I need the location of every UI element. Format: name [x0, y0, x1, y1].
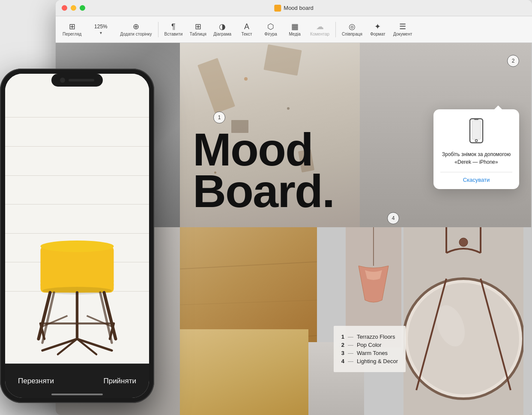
shape-label: Фігура — [264, 32, 277, 36]
list-text-1: Terrazzo Floors — [357, 334, 395, 340]
toolbar-separator-1 — [158, 22, 158, 37]
insert-label: Вставити — [164, 32, 183, 36]
iphone-bottom-bar: Перезняти Прийняти — [5, 364, 149, 398]
toolbar-separator-2 — [335, 22, 336, 37]
minimize-button[interactable] — [71, 5, 76, 11]
toolbar: ⊞ Перегляд 125% ▾ ⊕ Додати сторінку ¶ Вс… — [56, 16, 532, 43]
chevron-down-icon: ▾ — [100, 30, 102, 35]
mirror-svg — [403, 227, 523, 415]
svg-line-27 — [42, 339, 77, 351]
close-button[interactable] — [62, 5, 67, 11]
text-label: Текст — [242, 32, 252, 36]
view-label: Перегляд — [63, 32, 81, 36]
maximize-button[interactable] — [80, 5, 85, 11]
phone-icon — [468, 118, 485, 146]
view-icon: ⊞ — [69, 23, 75, 30]
title-line-1: Mood — [193, 129, 334, 170]
badge-2-text: 2 — [512, 58, 515, 64]
iphone-notch — [51, 74, 103, 87]
svg-rect-10 — [472, 120, 481, 139]
popup-message: Зробіть знімок за допомогою «Derek — iPh… — [440, 150, 512, 166]
list-item-3: 3 — Warm Tones — [341, 350, 398, 356]
image-mirror — [403, 227, 523, 415]
earpiece — [69, 79, 94, 81]
list-text-2: Pop Color — [357, 342, 382, 348]
media-icon: ▦ — [291, 23, 299, 30]
toolbar-format[interactable]: ✦ Формат — [367, 18, 389, 41]
toolbar-comment[interactable]: ☁ Коментар — [308, 18, 332, 41]
document-label: Документ — [393, 32, 412, 36]
title-line-2: Board. — [193, 170, 334, 212]
toolbar-media[interactable]: ▦ Медіа — [284, 18, 306, 41]
badge-1: 1 — [213, 111, 225, 123]
toolbar-add-page[interactable]: ⊕ Додати сторінку — [117, 18, 154, 41]
iphone-device: Перезняти Прийняти — [0, 69, 154, 403]
comment-label: Коментар — [310, 32, 329, 36]
toolbar-text[interactable]: A Текст — [236, 18, 258, 41]
table-label: Таблиця — [190, 32, 206, 36]
chair-svg — [19, 222, 135, 359]
list-item-2: 2 — Pop Color — [341, 342, 398, 348]
toolbar-table[interactable]: ⊞ Таблиця — [187, 18, 209, 41]
comment-icon: ☁ — [316, 23, 324, 30]
table-icon: ⊞ — [195, 23, 201, 30]
media-label: Медіа — [289, 32, 300, 36]
list-overlay: 1 — Terrazzo Floors 2 — Pop Color 3 — Wa… — [334, 326, 406, 372]
toolbar-document[interactable]: ☰ Документ — [391, 18, 415, 41]
collaborate-label: Співпраця — [342, 32, 362, 36]
text-icon: A — [244, 23, 249, 30]
svg-point-3 — [459, 238, 468, 247]
list-text-3: Warm Tones — [357, 350, 388, 356]
svg-point-16 — [41, 241, 114, 252]
shape-icon: ⬡ — [267, 23, 274, 30]
chart-label: Діаграма — [213, 32, 231, 36]
svg-point-31 — [42, 287, 112, 295]
add-page-label: Додати сторінку — [120, 32, 152, 36]
badge-4: 4 — [387, 212, 399, 224]
toolbar-collaborate[interactable]: ◎ Співпраця — [339, 18, 365, 41]
document-icon: ☰ — [399, 23, 406, 30]
iphone-icon-svg — [468, 118, 485, 144]
popup-divider — [440, 172, 512, 172]
iphone-photo-area — [5, 74, 149, 364]
front-camera — [60, 78, 65, 83]
cancel-button[interactable]: Скасувати — [463, 177, 490, 183]
screenshot-popup: Зробіть знімок за допомогою «Derek — iPh… — [433, 109, 519, 189]
format-icon: ✦ — [374, 23, 381, 30]
accept-button[interactable]: Прийняти — [103, 377, 136, 385]
iphone-screen: Перезняти Прийняти — [5, 74, 149, 398]
badge-2: 2 — [507, 55, 519, 67]
list-text-4: Lighting & Decor — [357, 358, 398, 364]
chart-icon: ◑ — [219, 23, 226, 30]
image-sofa — [180, 329, 308, 415]
badge-1-text: 1 — [218, 114, 221, 120]
moodboard-title: Mood Board. — [193, 129, 334, 212]
home-indicator — [51, 394, 103, 395]
toolbar-view[interactable]: ⊞ Перегляд — [60, 18, 84, 41]
add-page-icon: ⊕ — [133, 23, 139, 30]
badge-4-text: 4 — [392, 215, 395, 221]
window-title-text: Mood board — [284, 5, 313, 11]
format-label: Формат — [370, 32, 386, 36]
app-icon — [274, 5, 281, 12]
traffic-lights — [62, 5, 85, 11]
zoom-value: 125% — [94, 24, 108, 30]
toolbar-shape[interactable]: ⬡ Фігура — [260, 18, 282, 41]
title-bar: Mood board — [56, 0, 532, 16]
toolbar-chart[interactable]: ◑ Діаграма — [211, 18, 234, 41]
svg-point-11 — [475, 140, 478, 142]
svg-line-28 — [77, 339, 112, 351]
retake-button[interactable]: Перезняти — [18, 377, 54, 385]
list-item-4: 4 — Lighting & Decor — [341, 358, 398, 364]
collaborate-icon: ◎ — [349, 23, 356, 30]
toolbar-zoom[interactable]: 125% ▾ — [86, 18, 116, 41]
insert-icon: ¶ — [171, 23, 176, 30]
toolbar-insert[interactable]: ¶ Вставити — [162, 18, 185, 41]
list-item-1: 1 — Terrazzo Floors — [341, 334, 398, 340]
window-title: Mood board — [274, 5, 313, 12]
